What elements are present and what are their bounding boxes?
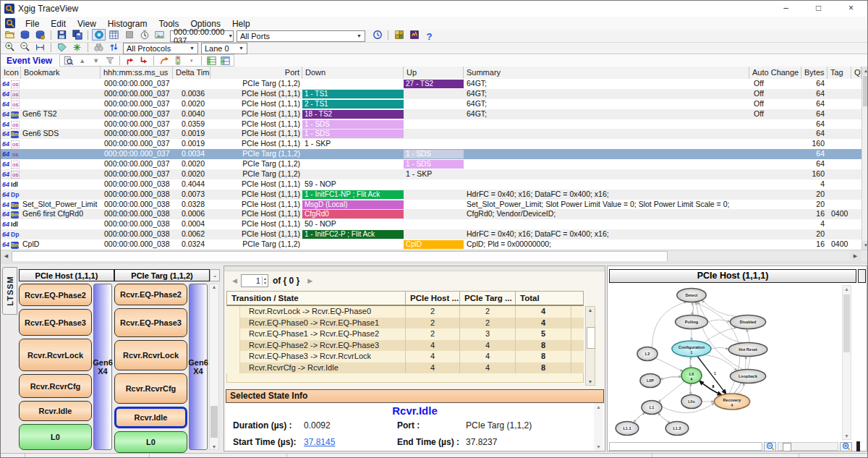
color-legend-icon[interactable]: [392, 29, 406, 41]
transition-row[interactable]: Rcvr.RcvrLock -> Rcvr.EQ-Phase0224: [226, 306, 584, 318]
event-row[interactable]: 64BmSet_Slot_Power_Limit000:00:00.000_03…: [1, 200, 861, 210]
scroll-up-icon[interactable]: ▲: [843, 287, 851, 292]
state-node-l0s[interactable]: L0s: [681, 395, 702, 409]
ltssm-state-rcvr-rcvrlock[interactable]: Rcvr.RcvrLock: [114, 340, 187, 370]
column-header-tag[interactable]: Tag: [827, 67, 851, 79]
event-row[interactable]: 64os000:00:00.000_0370.0019PCIe Host (1,…: [1, 139, 861, 149]
scroll-down-icon[interactable]: ▼: [586, 379, 595, 384]
capture-view-icon[interactable]: [92, 29, 106, 41]
export-disc-icon[interactable]: [18, 29, 32, 41]
go-link-icon[interactable]: [158, 56, 170, 66]
zoom-out-icon[interactable]: [764, 442, 776, 451]
state-node-l11[interactable]: L1.1: [616, 422, 639, 436]
protocol-palette-icon[interactable]: [407, 29, 421, 41]
zoom-out-icon[interactable]: [18, 41, 32, 53]
scroll-down-icon[interactable]: ▼: [843, 433, 851, 438]
page-number[interactable]: 1: [242, 276, 262, 285]
transition-table-scrollbar[interactable]: ▲ ▼: [585, 306, 595, 386]
event-row[interactable]: 64os000:00:00.000_0370.0359PCIe Host (1,…: [1, 119, 861, 130]
stop-capture-icon[interactable]: [122, 29, 136, 41]
column-header-bookmark[interactable]: Bookmark: [21, 67, 101, 79]
scroll-up-icon[interactable]: ▲: [862, 67, 868, 75]
transition-row[interactable]: Rcvr.RcvrCfg -> Rcvr.Idle448: [226, 362, 584, 374]
scrollbar-thumb[interactable]: [210, 406, 218, 438]
event-row[interactable]: 64os000:00:00.000_0370.0020PCIe Host (1,…: [1, 99, 861, 109]
state-info-scrollbar[interactable]: ▲ ▼: [594, 403, 603, 451]
event-row[interactable]: 64BmGen6 first CfgRd0000:00:00.000_0380.…: [1, 209, 861, 219]
scroll-up-icon[interactable]: ▲: [594, 404, 603, 410]
transition-row[interactable]: Rcvr.EQ-Phase0 -> Rcvr.EQ-Phase1224: [226, 318, 584, 329]
event-row[interactable]: 64Dp000:00:00.000_0380.0073PCIe Host (1,…: [1, 190, 861, 200]
ltssm-state-l0[interactable]: L0: [19, 424, 92, 450]
close-button[interactable]: ×: [835, 1, 867, 17]
time-selector[interactable]: 000:00:00.000 037▼: [170, 30, 234, 42]
green-table-1-icon[interactable]: [205, 56, 218, 66]
scroll-down-icon[interactable]: ▼: [862, 241, 868, 250]
scrollbar-thumb[interactable]: [12, 251, 668, 262]
collapsed-tab[interactable]: [858, 269, 866, 283]
event-row[interactable]: 64Idl000:00:00.000_0380.0004PCIe Host (1…: [1, 219, 861, 229]
scroll-down-icon[interactable]: ▼: [210, 444, 218, 449]
state-node-polling[interactable]: Polling: [676, 315, 708, 329]
ltssm-dropdown-icon[interactable]: ⌄: [210, 269, 220, 281]
event-row[interactable]: 64Idl000:00:00.000_0380.4044PCIe Host (1…: [1, 179, 861, 190]
traffic-light-icon[interactable]: [171, 56, 184, 66]
ltssm-state-rcvr-eq-phase2[interactable]: Rcvr.EQ-Phase2: [19, 284, 92, 306]
export-disc2-icon[interactable]: [33, 29, 47, 41]
ltssm-state-rcvr-eq-phase3[interactable]: Rcvr.EQ-Phase3: [114, 308, 187, 337]
state-node-recovery[interactable]: Recovery4: [714, 394, 749, 410]
collapsed-splitter[interactable]: [856, 441, 860, 451]
column-header-icon[interactable]: Icon: [1, 67, 21, 79]
menu-item-help[interactable]: Help: [226, 19, 256, 29]
protocols-selector[interactable]: All Protocols▼: [123, 43, 198, 54]
diagram-vertical-scrollbar[interactable]: ▲ ▼: [842, 285, 851, 440]
minimize-button[interactable]: –: [770, 1, 802, 17]
filter-icon[interactable]: [103, 56, 116, 66]
diagram-horizontal-scrollbar[interactable]: [609, 442, 762, 451]
search-icon[interactable]: [92, 41, 106, 53]
column-header[interactable]: Transition / State: [227, 292, 406, 305]
timer-icon[interactable]: [137, 29, 151, 41]
tag-icon[interactable]: [55, 41, 69, 53]
column-header-delta-time[interactable]: Delta Time: [173, 67, 210, 79]
page-spinner[interactable]: 1 ▲▼: [241, 274, 268, 287]
column-header-hhh-mm-ss-ms-us[interactable]: hhh:mm:ss.ms_us: [101, 67, 173, 79]
fit-width-icon[interactable]: [33, 42, 47, 54]
column-header-bytes[interactable]: Bytes: [801, 67, 827, 79]
ltssm-state-rcvr-rcvrcfg[interactable]: Rcvr.RcvrCfg: [19, 374, 92, 398]
column-header-auto-change[interactable]: Auto Change: [749, 67, 801, 79]
open-trace-icon[interactable]: [3, 29, 17, 41]
event-table-horizontal-scrollbar[interactable]: ◀ ▶: [1, 250, 868, 261]
page-next-icon[interactable]: ▶: [304, 277, 316, 284]
jump-prev-icon[interactable]: [124, 56, 136, 66]
state-node-l12[interactable]: L1.2: [665, 422, 689, 436]
ltssm-scrollbar[interactable]: ▲ ▼: [209, 284, 219, 450]
event-table-vertical-scrollbar[interactable]: ▲ ▼: [861, 67, 868, 250]
column-header[interactable]: Total: [516, 292, 571, 305]
event-row[interactable]: 64os000:00:00.000_037PCIe Targ (1,1,2)27…: [1, 79, 861, 89]
event-row[interactable]: 64os000:00:00.000_0370.0036PCIe Host (1,…: [1, 89, 861, 99]
ltssm-state-rcvr-eq-phase3[interactable]: Rcvr.EQ-Phase3: [19, 309, 92, 336]
state-node-hot_reset[interactable]: Hot Reset: [728, 343, 767, 357]
state-node-detect[interactable]: Detect: [677, 289, 706, 302]
column-header-port[interactable]: Port: [210, 67, 302, 79]
scroll-up-icon[interactable]: ▲: [76, 56, 88, 66]
state-node-l0[interactable]: L04: [681, 368, 702, 383]
event-row[interactable]: 64BmGen6 TS2000:00:00.000_0370.0040PCIe …: [1, 109, 861, 119]
state-node-configuration[interactable]: Configuration1: [672, 341, 711, 357]
slider-thumb[interactable]: [783, 443, 791, 451]
spinner-arrows-icon[interactable]: ▲▼: [262, 276, 268, 285]
scrollbar-thumb[interactable]: [587, 327, 595, 349]
column-header-up[interactable]: Up: [404, 67, 464, 79]
scroll-down-icon[interactable]: ▼: [90, 56, 102, 66]
maximize-button[interactable]: □: [802, 1, 835, 17]
transition-row[interactable]: Rcvr.EQ-Phase3 -> Rcvr.RcvrLock448: [226, 351, 584, 362]
help-icon[interactable]: ?: [422, 31, 436, 43]
state-node-disabled[interactable]: Disabled: [730, 315, 765, 329]
menu-item-edit[interactable]: Edit: [45, 19, 72, 29]
event-row[interactable]: 64BmCplD000:00:00.000_0380.0324PCIe Targ…: [1, 239, 861, 250]
zoom-in-icon[interactable]: [3, 41, 17, 53]
mark-event-icon[interactable]: [70, 42, 84, 54]
event-row[interactable]: 64os000:00:00.000_0370.0020PCIe Targ (1,…: [1, 159, 861, 169]
event-row[interactable]: 64os000:00:00.000_0370.0034PCIe Targ (1,…: [1, 149, 861, 159]
